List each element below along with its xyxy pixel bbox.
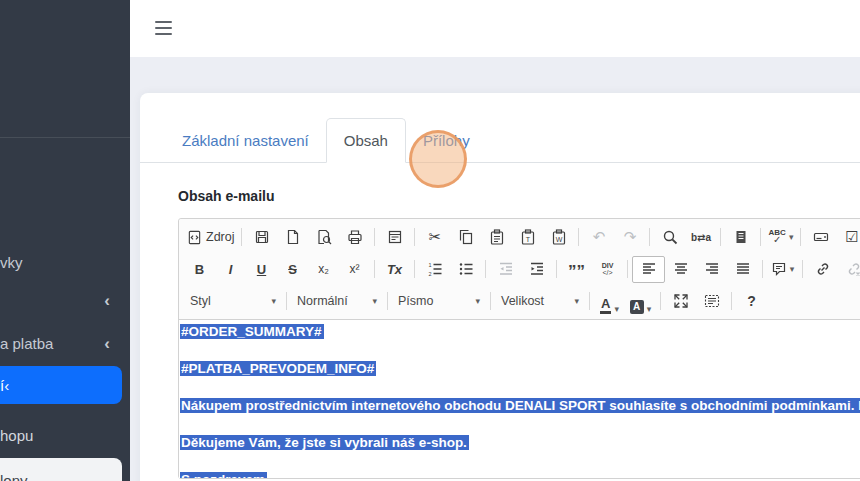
paste-text-icon[interactable]: T	[512, 225, 543, 250]
align-right-icon[interactable]	[696, 257, 727, 282]
editor-toolbar: Zdroj ✂ T W	[179, 219, 860, 320]
tab-label: Základní nastavení	[182, 132, 309, 149]
chevron-left-icon: ‹	[104, 292, 110, 309]
format-combo-label: Normální	[297, 294, 348, 308]
toolbar-separator	[414, 228, 415, 246]
sidebar-item-truncated-1[interactable]: vky	[0, 246, 130, 278]
copy-icon[interactable]	[450, 225, 481, 250]
toolbar-separator	[387, 292, 388, 310]
tab-label: Obsah	[344, 132, 388, 149]
language-button[interactable]: ▾	[767, 257, 798, 282]
toolbar-separator	[485, 260, 486, 278]
undo-icon[interactable]: ↶	[583, 225, 614, 250]
decrease-indent-icon[interactable]	[490, 257, 521, 282]
toolbar-separator	[589, 292, 590, 310]
text-color-icon: A	[600, 297, 611, 314]
font-combo[interactable]: Písmo ▾	[392, 289, 486, 314]
underline-button[interactable]: U	[246, 257, 277, 282]
align-center-icon[interactable]	[665, 257, 696, 282]
tab-prilohy[interactable]: Přílohy	[406, 118, 487, 162]
toolbar-row-1: Zdroj ✂ T W	[184, 221, 860, 253]
increase-indent-icon[interactable]	[521, 257, 552, 282]
text-color-button[interactable]: A ▾	[594, 289, 625, 314]
tab-label: Přílohy	[423, 132, 470, 149]
background-color-button[interactable]: A ▾	[625, 289, 656, 314]
editor-body[interactable]: #ORDER_SUMMARY# #PLATBA_PREVODEM_INFO# N…	[179, 320, 860, 478]
div-container-button[interactable]: DIV </>	[592, 257, 623, 282]
subscript-button[interactable]: x₂	[308, 257, 339, 282]
toolbar-separator	[578, 228, 579, 246]
bulleted-list-icon[interactable]	[450, 257, 481, 282]
italic-button[interactable]: I	[215, 257, 246, 282]
toolbar-separator	[720, 228, 721, 246]
justify-icon[interactable]	[727, 257, 758, 282]
sidebar-item-label: vky	[0, 254, 23, 271]
toolbar-separator	[556, 260, 557, 278]
redo-icon[interactable]: ↷	[614, 225, 645, 250]
link-icon[interactable]	[807, 257, 838, 282]
spellcheck-icon: ABC ✓	[769, 229, 786, 245]
checkbox-icon[interactable]: ☑	[836, 225, 860, 250]
editor-paragraph: Děkujeme Vám, že jste si vybrali náš e-s…	[180, 433, 860, 452]
tab-obsah[interactable]: Obsah	[326, 118, 406, 163]
toolbar-separator	[762, 260, 763, 278]
sidebar-item-label: a platba	[0, 335, 53, 352]
remove-format-button[interactable]: Tx	[379, 257, 410, 282]
selected-text: S pozdravem	[180, 472, 267, 478]
preview-icon[interactable]	[308, 225, 339, 250]
find-icon[interactable]	[654, 225, 685, 250]
toolbar-separator	[286, 292, 287, 310]
about-button[interactable]: ?	[736, 289, 767, 314]
style-combo[interactable]: Styl ▾	[184, 289, 282, 314]
hamburger-menu-icon[interactable]	[155, 21, 172, 35]
cut-icon[interactable]: ✂	[419, 225, 450, 250]
replace-label: b⇄a	[691, 232, 711, 243]
size-combo[interactable]: Velikost ▾	[495, 289, 585, 314]
maximize-icon[interactable]	[665, 289, 696, 314]
new-page-icon[interactable]	[277, 225, 308, 250]
paste-icon[interactable]	[481, 225, 512, 250]
caret-down-icon: ▾	[574, 297, 579, 306]
templates-icon[interactable]	[379, 225, 410, 250]
align-left-icon[interactable]	[632, 256, 665, 283]
main-area: Základní nastavení Obsah Přílohy Obsah e…	[130, 0, 860, 481]
source-label: Zdroj	[206, 230, 234, 244]
blockquote-icon[interactable]: ””	[561, 260, 592, 285]
sidebar-item-active[interactable]: í ‹	[0, 366, 122, 404]
paste-from-word-icon[interactable]: W	[543, 225, 574, 250]
toolbar-separator	[627, 260, 628, 278]
chevron-left-icon: ‹	[104, 335, 110, 352]
source-button[interactable]: Zdroj	[184, 225, 237, 250]
checkmark-glyph: ✓	[773, 235, 781, 245]
print-icon[interactable]	[339, 225, 370, 250]
unlink-icon[interactable]	[838, 257, 860, 282]
sidebar-item-truncated-3[interactable]: a platba ‹	[0, 327, 130, 359]
bold-button[interactable]: B	[184, 257, 215, 282]
show-blocks-icon[interactable]	[696, 289, 727, 314]
selected-text: Děkujeme Vám, že jste si vybrali náš e-s…	[180, 435, 469, 450]
superscript-button[interactable]: x²	[339, 257, 370, 282]
save-icon[interactable]	[246, 225, 277, 250]
form-icon[interactable]	[805, 225, 836, 250]
replace-icon[interactable]: b⇄a	[685, 225, 716, 250]
format-combo[interactable]: Normální ▾	[291, 289, 383, 314]
tab-zakladni-nastaveni[interactable]: Základní nastavení	[165, 118, 326, 162]
caret-down-icon: ▾	[789, 233, 794, 242]
select-all-icon[interactable]	[725, 225, 756, 250]
sidebar-divider	[0, 137, 130, 138]
sidebar-item-truncated-2[interactable]: ‹	[0, 284, 130, 316]
toolbar-separator	[800, 228, 801, 246]
caret-down-icon: ▾	[614, 305, 619, 314]
sidebar-item-label: hopu	[0, 427, 33, 444]
toolbar-row-3: Styl ▾ Normální ▾ Písmo ▾	[184, 285, 860, 317]
spellcheck-button[interactable]: ABC ✓ ▾	[765, 225, 796, 250]
svg-text:T: T	[526, 236, 531, 243]
strikethrough-button[interactable]: S	[277, 257, 308, 282]
toolbar-separator	[414, 260, 415, 278]
numbered-list-icon[interactable]: 12	[419, 257, 450, 282]
toolbar-separator	[660, 292, 661, 310]
sidebar-item-highlighted[interactable]: lony	[0, 458, 122, 481]
code-brackets-glyph: </>	[602, 269, 612, 276]
sidebar-item-truncated-4[interactable]: hopu	[0, 419, 130, 451]
toolbar-separator	[649, 228, 650, 246]
